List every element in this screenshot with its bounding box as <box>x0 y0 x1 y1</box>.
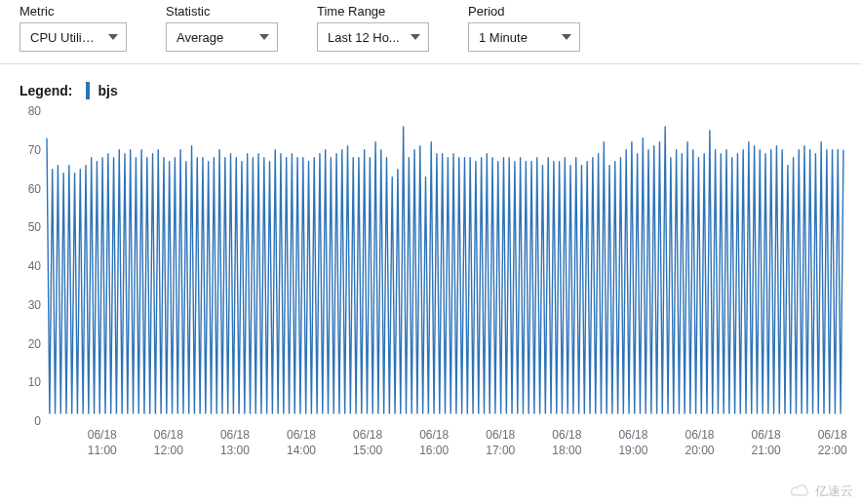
svg-text:06/18: 06/18 <box>220 428 250 442</box>
svg-text:12:00: 12:00 <box>154 444 183 457</box>
metric-label: Metric <box>20 4 127 19</box>
svg-text:21:00: 21:00 <box>752 444 781 457</box>
period-select[interactable]: 1 Minute <box>468 22 580 52</box>
svg-text:80: 80 <box>28 105 42 118</box>
svg-text:0: 0 <box>34 414 41 428</box>
svg-text:11:00: 11:00 <box>88 444 117 457</box>
svg-text:20:00: 20:00 <box>685 444 714 457</box>
svg-text:18:00: 18:00 <box>552 444 581 457</box>
svg-text:30: 30 <box>28 298 42 312</box>
chevron-down-icon <box>259 34 269 40</box>
metric-select-value: CPU Utiliz... <box>30 30 98 45</box>
legend-swatch <box>86 82 90 99</box>
period-select-value: 1 Minute <box>479 30 528 45</box>
watermark: 亿速云 <box>790 483 853 500</box>
svg-text:06/18: 06/18 <box>618 428 647 442</box>
period-group: Period 1 Minute <box>468 4 580 52</box>
controls-bar: Metric CPU Utiliz... Statistic Average T… <box>0 0 861 64</box>
legend-title: Legend: <box>20 83 72 98</box>
cloud-icon <box>790 485 811 498</box>
svg-text:16:00: 16:00 <box>419 444 449 457</box>
chevron-down-icon <box>108 34 118 40</box>
svg-text:06/18: 06/18 <box>486 428 515 442</box>
svg-text:40: 40 <box>28 259 42 273</box>
legend-series-name: bjs <box>98 83 117 98</box>
svg-text:06/18: 06/18 <box>419 428 449 442</box>
svg-text:06/18: 06/18 <box>685 428 714 442</box>
svg-text:70: 70 <box>28 143 42 157</box>
chevron-down-icon <box>562 34 571 40</box>
svg-text:17:00: 17:00 <box>486 444 515 457</box>
svg-text:20: 20 <box>28 337 42 351</box>
svg-text:19:00: 19:00 <box>618 444 647 457</box>
period-label: Period <box>468 4 580 19</box>
svg-text:06/18: 06/18 <box>752 428 781 442</box>
chevron-down-icon <box>411 34 420 40</box>
chart-area: 0102030405060708006/1811:0006/1812:0006/… <box>20 105 847 466</box>
timerange-label: Time Range <box>317 4 429 19</box>
statistic-select[interactable]: Average <box>166 22 278 52</box>
svg-text:50: 50 <box>28 220 42 234</box>
line-chart: 0102030405060708006/1811:0006/1812:0006/… <box>20 105 847 466</box>
svg-text:10: 10 <box>28 375 42 389</box>
svg-text:13:00: 13:00 <box>220 444 250 457</box>
statistic-label: Statistic <box>166 4 278 19</box>
svg-text:14:00: 14:00 <box>287 444 316 457</box>
metric-group: Metric CPU Utiliz... <box>20 4 127 52</box>
watermark-text: 亿速云 <box>815 483 853 500</box>
svg-text:06/18: 06/18 <box>154 428 183 442</box>
legend: Legend: bjs <box>0 64 861 105</box>
timerange-group: Time Range Last 12 Ho... <box>317 4 429 52</box>
metric-select[interactable]: CPU Utiliz... <box>20 22 127 52</box>
statistic-select-value: Average <box>176 30 223 45</box>
svg-text:06/18: 06/18 <box>353 428 382 442</box>
svg-text:06/18: 06/18 <box>287 428 316 442</box>
svg-text:22:00: 22:00 <box>818 444 847 457</box>
timerange-select[interactable]: Last 12 Ho... <box>317 22 429 52</box>
svg-text:15:00: 15:00 <box>353 444 382 457</box>
svg-text:06/18: 06/18 <box>818 428 847 442</box>
svg-text:06/18: 06/18 <box>552 428 581 442</box>
timerange-select-value: Last 12 Ho... <box>328 30 400 45</box>
svg-text:06/18: 06/18 <box>88 428 117 442</box>
svg-text:60: 60 <box>28 182 42 196</box>
statistic-group: Statistic Average <box>166 4 278 52</box>
